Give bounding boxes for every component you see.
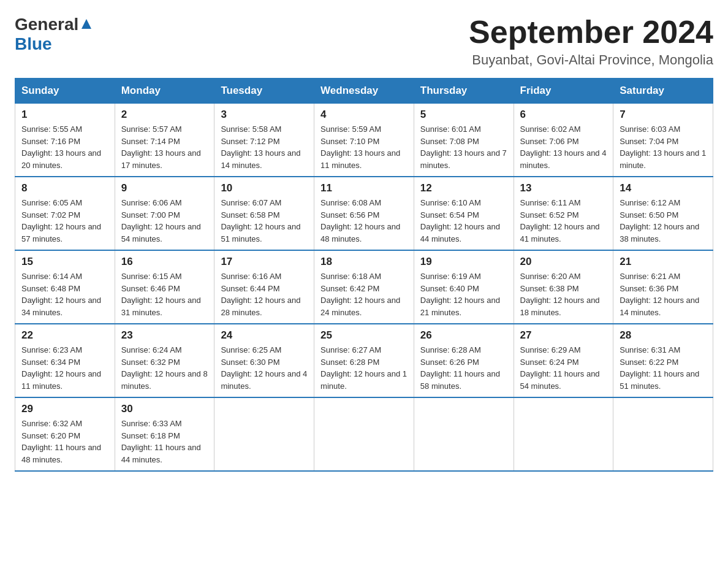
day-number: 6 xyxy=(520,109,607,121)
title-area: September 2024 Buyanbat, Govi-Altai Prov… xyxy=(469,15,713,68)
day-number: 30 xyxy=(121,403,208,415)
day-cell: 29Sunrise: 6:32 AMSunset: 6:20 PMDayligh… xyxy=(15,397,115,471)
day-number: 8 xyxy=(21,182,108,194)
logo: General Blue xyxy=(15,15,92,54)
day-cell: 6Sunrise: 6:02 AMSunset: 7:06 PMDaylight… xyxy=(514,104,613,177)
day-cell: 25Sunrise: 6:27 AMSunset: 6:28 PMDayligh… xyxy=(314,324,414,397)
day-cell: 28Sunrise: 6:31 AMSunset: 6:22 PMDayligh… xyxy=(613,324,713,397)
day-number: 27 xyxy=(520,329,607,342)
day-number: 19 xyxy=(420,256,507,268)
day-info: Sunrise: 6:25 AMSunset: 6:30 PMDaylight:… xyxy=(221,344,308,392)
day-cell: 21Sunrise: 6:21 AMSunset: 6:36 PMDayligh… xyxy=(613,250,713,324)
weekday-header-tuesday: Tuesday xyxy=(214,79,314,104)
page-header: General Blue September 2024 Buyanbat, Go… xyxy=(15,15,713,68)
week-row-2: 8Sunrise: 6:05 AMSunset: 7:02 PMDaylight… xyxy=(15,177,713,250)
weekday-header-wednesday: Wednesday xyxy=(314,79,414,104)
day-cell: 23Sunrise: 6:24 AMSunset: 6:32 PMDayligh… xyxy=(115,324,214,397)
day-number: 21 xyxy=(620,256,707,268)
day-cell xyxy=(514,397,613,471)
week-row-1: 1Sunrise: 5:55 AMSunset: 7:16 PMDaylight… xyxy=(15,104,713,177)
day-number: 29 xyxy=(21,403,108,415)
day-cell: 17Sunrise: 6:16 AMSunset: 6:44 PMDayligh… xyxy=(214,250,314,324)
day-cell xyxy=(613,397,713,471)
day-number: 5 xyxy=(420,109,507,121)
day-info: Sunrise: 6:10 AMSunset: 6:54 PMDaylight:… xyxy=(420,197,507,245)
day-number: 25 xyxy=(320,329,408,342)
day-info: Sunrise: 5:58 AMSunset: 7:12 PMDaylight:… xyxy=(221,123,308,171)
day-cell: 20Sunrise: 6:20 AMSunset: 6:38 PMDayligh… xyxy=(514,250,613,324)
day-cell: 18Sunrise: 6:18 AMSunset: 6:42 PMDayligh… xyxy=(314,250,414,324)
logo-triangle-icon xyxy=(81,18,92,32)
day-number: 14 xyxy=(620,182,707,194)
day-info: Sunrise: 5:59 AMSunset: 7:10 PMDaylight:… xyxy=(320,123,408,171)
day-number: 13 xyxy=(520,182,607,194)
week-row-4: 22Sunrise: 6:23 AMSunset: 6:34 PMDayligh… xyxy=(15,324,713,397)
day-number: 11 xyxy=(320,182,408,194)
day-number: 10 xyxy=(221,182,308,194)
day-info: Sunrise: 6:08 AMSunset: 6:56 PMDaylight:… xyxy=(320,197,408,245)
day-cell: 16Sunrise: 6:15 AMSunset: 6:46 PMDayligh… xyxy=(115,250,214,324)
day-cell xyxy=(214,397,314,471)
day-cell: 24Sunrise: 6:25 AMSunset: 6:30 PMDayligh… xyxy=(214,324,314,397)
day-info: Sunrise: 6:28 AMSunset: 6:26 PMDaylight:… xyxy=(420,344,507,392)
weekday-header-friday: Friday xyxy=(514,79,613,104)
day-info: Sunrise: 6:11 AMSunset: 6:52 PMDaylight:… xyxy=(520,197,607,245)
day-info: Sunrise: 6:12 AMSunset: 6:50 PMDaylight:… xyxy=(620,197,707,245)
day-info: Sunrise: 6:23 AMSunset: 6:34 PMDaylight:… xyxy=(21,344,108,392)
weekday-header-saturday: Saturday xyxy=(613,79,713,104)
day-cell: 14Sunrise: 6:12 AMSunset: 6:50 PMDayligh… xyxy=(613,177,713,250)
day-info: Sunrise: 5:57 AMSunset: 7:14 PMDaylight:… xyxy=(121,123,208,171)
day-info: Sunrise: 6:15 AMSunset: 6:46 PMDaylight:… xyxy=(121,270,208,318)
day-info: Sunrise: 6:27 AMSunset: 6:28 PMDaylight:… xyxy=(320,344,408,392)
day-cell: 8Sunrise: 6:05 AMSunset: 7:02 PMDaylight… xyxy=(15,177,115,250)
day-number: 22 xyxy=(21,329,108,342)
day-cell xyxy=(314,397,414,471)
day-cell: 1Sunrise: 5:55 AMSunset: 7:16 PMDaylight… xyxy=(15,104,115,177)
day-number: 16 xyxy=(121,256,208,268)
day-number: 15 xyxy=(21,256,108,268)
weekday-header-monday: Monday xyxy=(115,79,214,104)
day-info: Sunrise: 6:06 AMSunset: 7:00 PMDaylight:… xyxy=(121,197,208,245)
day-number: 9 xyxy=(121,182,208,194)
weekday-header-thursday: Thursday xyxy=(414,79,514,104)
day-info: Sunrise: 5:55 AMSunset: 7:16 PMDaylight:… xyxy=(21,123,108,171)
calendar-subtitle: Buyanbat, Govi-Altai Province, Mongolia xyxy=(469,52,713,68)
day-number: 20 xyxy=(520,256,607,268)
day-cell: 12Sunrise: 6:10 AMSunset: 6:54 PMDayligh… xyxy=(414,177,514,250)
day-cell: 26Sunrise: 6:28 AMSunset: 6:26 PMDayligh… xyxy=(414,324,514,397)
day-info: Sunrise: 6:02 AMSunset: 7:06 PMDaylight:… xyxy=(520,123,607,171)
day-info: Sunrise: 6:24 AMSunset: 6:32 PMDaylight:… xyxy=(121,344,208,392)
day-cell: 2Sunrise: 5:57 AMSunset: 7:14 PMDaylight… xyxy=(115,104,214,177)
day-number: 28 xyxy=(620,329,707,342)
day-cell: 11Sunrise: 6:08 AMSunset: 6:56 PMDayligh… xyxy=(314,177,414,250)
day-info: Sunrise: 6:19 AMSunset: 6:40 PMDaylight:… xyxy=(420,270,507,318)
day-info: Sunrise: 6:31 AMSunset: 6:22 PMDaylight:… xyxy=(620,344,707,392)
day-info: Sunrise: 6:01 AMSunset: 7:08 PMDaylight:… xyxy=(420,123,507,171)
day-number: 18 xyxy=(320,256,408,268)
day-number: 24 xyxy=(221,329,308,342)
calendar-table: SundayMondayTuesdayWednesdayThursdayFrid… xyxy=(15,78,713,472)
day-cell: 7Sunrise: 6:03 AMSunset: 7:04 PMDaylight… xyxy=(613,104,713,177)
day-number: 7 xyxy=(620,109,707,121)
day-info: Sunrise: 6:18 AMSunset: 6:42 PMDaylight:… xyxy=(320,270,408,318)
day-cell: 13Sunrise: 6:11 AMSunset: 6:52 PMDayligh… xyxy=(514,177,613,250)
day-info: Sunrise: 6:20 AMSunset: 6:38 PMDaylight:… xyxy=(520,270,607,318)
day-number: 26 xyxy=(420,329,507,342)
day-info: Sunrise: 6:21 AMSunset: 6:36 PMDaylight:… xyxy=(620,270,707,318)
day-number: 17 xyxy=(221,256,308,268)
day-number: 4 xyxy=(320,109,408,121)
day-cell: 19Sunrise: 6:19 AMSunset: 6:40 PMDayligh… xyxy=(414,250,514,324)
logo-general-text: General xyxy=(15,15,78,34)
day-cell: 15Sunrise: 6:14 AMSunset: 6:48 PMDayligh… xyxy=(15,250,115,324)
day-info: Sunrise: 6:16 AMSunset: 6:44 PMDaylight:… xyxy=(221,270,308,318)
day-number: 3 xyxy=(221,109,308,121)
week-row-5: 29Sunrise: 6:32 AMSunset: 6:20 PMDayligh… xyxy=(15,397,713,471)
day-info: Sunrise: 6:07 AMSunset: 6:58 PMDaylight:… xyxy=(221,197,308,245)
day-cell: 10Sunrise: 6:07 AMSunset: 6:58 PMDayligh… xyxy=(214,177,314,250)
day-info: Sunrise: 6:32 AMSunset: 6:20 PMDaylight:… xyxy=(21,418,108,465)
day-number: 23 xyxy=(121,329,208,342)
day-cell: 22Sunrise: 6:23 AMSunset: 6:34 PMDayligh… xyxy=(15,324,115,397)
day-number: 2 xyxy=(121,109,208,121)
week-row-3: 15Sunrise: 6:14 AMSunset: 6:48 PMDayligh… xyxy=(15,250,713,324)
day-info: Sunrise: 6:14 AMSunset: 6:48 PMDaylight:… xyxy=(21,270,108,318)
